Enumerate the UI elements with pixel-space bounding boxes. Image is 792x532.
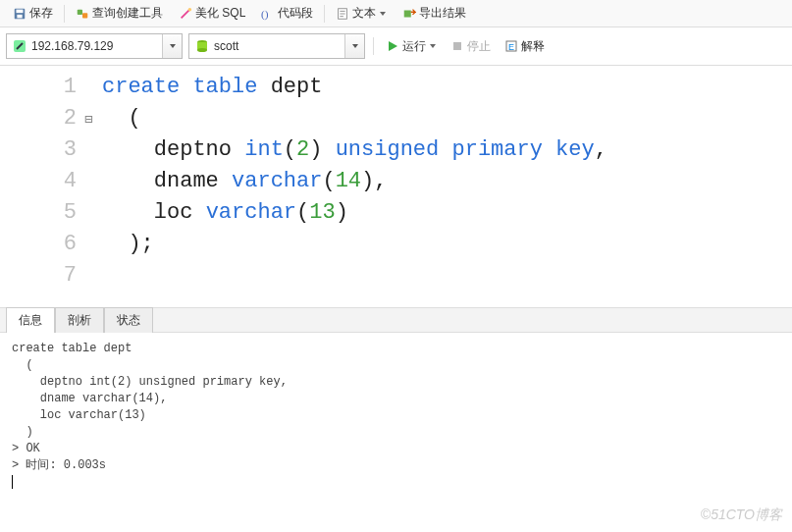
- tab-profile[interactable]: 剖析: [55, 307, 104, 333]
- text-button[interactable]: 文本: [329, 2, 394, 25]
- main-toolbar: 保存 查询创建工具 美化 SQL () 代码段 文本 导出结果: [0, 0, 792, 27]
- beautify-sql-label: 美化 SQL: [195, 5, 245, 22]
- chevron-down-icon: [429, 39, 437, 53]
- snippet-button[interactable]: () 代码段: [254, 2, 320, 25]
- line-gutter: 1 2 3 4 5 6 7: [0, 66, 84, 307]
- svg-rect-11: [404, 10, 411, 17]
- toolbar-separator: [373, 37, 374, 55]
- svg-text:E: E: [508, 42, 514, 52]
- toolbar-separator: [324, 5, 325, 23]
- wrench-icon: [76, 7, 89, 21]
- stop-label: 停止: [467, 38, 491, 55]
- svg-rect-16: [453, 42, 461, 50]
- run-label: 运行: [402, 38, 426, 55]
- type-keyword: varchar: [206, 200, 296, 225]
- parens-icon: (): [261, 7, 275, 21]
- line-number: 1: [0, 72, 77, 103]
- host-value: 192.168.79.129: [31, 39, 113, 53]
- svg-rect-1: [17, 9, 24, 13]
- tab-info[interactable]: 信息: [6, 307, 55, 333]
- host-dropdown-arrow[interactable]: [162, 34, 182, 58]
- number-literal: 14: [336, 169, 361, 193]
- code-text: dname: [102, 169, 232, 193]
- explain-button[interactable]: E 解释: [501, 36, 549, 57]
- identifier: dept: [257, 75, 322, 99]
- line-number: 3: [0, 134, 77, 166]
- line-number: 5: [0, 197, 77, 229]
- stop-button[interactable]: 停止: [447, 36, 495, 57]
- database-value: scott: [214, 39, 238, 53]
- database-dropdown-arrow[interactable]: [344, 34, 364, 58]
- run-button[interactable]: 运行: [382, 36, 441, 57]
- explain-label: 解释: [521, 38, 545, 55]
- type-keyword: int: [244, 137, 284, 162]
- connection-icon: [13, 39, 26, 53]
- save-label: 保存: [29, 5, 53, 22]
- play-icon: [386, 39, 399, 53]
- number-literal: 2: [296, 137, 309, 162]
- line-number: 4: [0, 166, 77, 197]
- connection-bar: 192.168.79.129 scott 运行: [0, 27, 792, 66]
- code-text: (: [102, 106, 141, 131]
- keyword: unsigned primary key: [336, 137, 595, 162]
- watermark: ©51CTO博客: [701, 506, 782, 524]
- toolbar-separator: [64, 5, 65, 23]
- code-text: loc: [102, 200, 206, 225]
- export-button[interactable]: 导出结果: [396, 2, 473, 25]
- code-text: deptno: [102, 137, 244, 162]
- chevron-down-icon: [379, 7, 387, 21]
- host-combo[interactable]: 192.168.79.129: [6, 33, 183, 59]
- beautify-sql-button[interactable]: 美化 SQL: [172, 2, 252, 25]
- svg-point-5: [188, 7, 192, 11]
- wand-icon: [179, 7, 192, 21]
- snippet-label: 代码段: [278, 5, 313, 22]
- text-label: 文本: [352, 5, 376, 22]
- fold-column: ⊟: [84, 66, 102, 307]
- document-icon: [336, 7, 349, 21]
- type-keyword: varchar: [232, 169, 322, 193]
- export-label: 导出结果: [419, 5, 466, 22]
- svg-rect-4: [82, 13, 87, 18]
- text-cursor: [12, 475, 13, 489]
- query-builder-button[interactable]: 查询创建工具: [69, 2, 170, 25]
- svg-rect-3: [78, 9, 82, 14]
- tab-status[interactable]: 状态: [104, 307, 153, 333]
- number-literal: 13: [309, 200, 335, 225]
- svg-point-15: [197, 48, 207, 52]
- line-number: 6: [0, 229, 77, 260]
- keyword: create: [102, 75, 180, 99]
- sql-editor[interactable]: 1 2 3 4 5 6 7 ⊟ create table dept ( dept…: [0, 66, 792, 307]
- svg-rect-2: [17, 14, 22, 18]
- output-text: create table dept ( deptno int(2) unsign…: [12, 342, 288, 472]
- query-builder-label: 查询创建工具: [92, 5, 163, 22]
- floppy-icon: [13, 7, 26, 21]
- save-button[interactable]: 保存: [6, 2, 60, 25]
- database-combo[interactable]: scott: [188, 33, 365, 59]
- database-icon: [195, 39, 209, 53]
- fold-toggle[interactable]: ⊟: [84, 103, 102, 134]
- svg-text:(): (): [261, 7, 269, 20]
- keyword: table: [192, 75, 257, 99]
- code-area[interactable]: create table dept ( deptno int(2) unsign…: [102, 66, 792, 307]
- line-number: 2: [0, 103, 77, 134]
- export-icon: [402, 7, 416, 21]
- output-tabs: 信息 剖析 状态: [0, 307, 792, 333]
- code-text: );: [102, 232, 154, 256]
- stop-icon: [450, 39, 464, 53]
- explain-icon: E: [504, 39, 518, 53]
- line-number: 7: [0, 260, 77, 292]
- output-panel[interactable]: create table dept ( deptno int(2) unsign…: [0, 333, 792, 499]
